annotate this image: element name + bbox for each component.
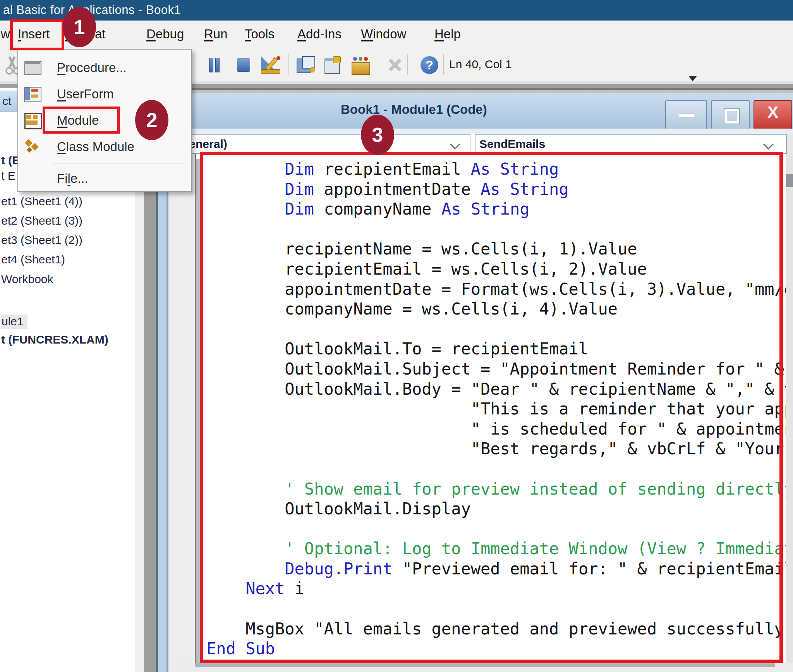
menu-option-file[interactable]: File... (18, 166, 191, 192)
toolbar-separator (407, 54, 408, 75)
tree-item-sheet1[interactable]: et1 (Sheet1 (4)) (1, 195, 82, 208)
tree-item-sheet3[interactable]: et3 (Sheet1 (2)) (1, 234, 82, 247)
tree-item-module1[interactable]: ule1 (1, 315, 27, 329)
menu-item-view-tail[interactable]: w (1, 27, 10, 41)
procedure-icon (24, 60, 41, 75)
menu-item-help[interactable]: Help (434, 27, 461, 41)
toolbar-overflow-icon[interactable] (688, 76, 697, 81)
tree-item-funcres[interactable]: t (FUNCRES.XLAM) (1, 333, 108, 346)
annotation-step-3: 3 (361, 115, 394, 155)
object-dropdown[interactable]: (General) (172, 134, 470, 154)
menu-option-class-module[interactable]: Class Module (18, 134, 191, 160)
chevron-down-icon (763, 139, 774, 150)
code-window-title: Book1 - Module1 (Code) (341, 102, 487, 117)
stop-icon[interactable] (237, 58, 250, 72)
menu-option-procedure[interactable]: Procedure... (18, 55, 191, 81)
design-mode-icon[interactable] (261, 56, 281, 74)
code-window-title-underline (158, 129, 793, 134)
scrollbar-thumb[interactable] (786, 174, 793, 187)
module-icon (24, 113, 41, 128)
restore-button[interactable] (711, 100, 750, 129)
menu-option-userform[interactable]: UserForm (18, 81, 191, 108)
annotation-rectangle-code (200, 152, 783, 663)
code-margin-indicator-bar (168, 154, 196, 663)
menu-item-window[interactable]: Window (361, 27, 406, 41)
vba-editor-screen: al Basic for Applications - Book1 w Inse… (0, 0, 793, 672)
code-window-titlebar[interactable]: Book1 - Module1 (Code) X (158, 93, 793, 129)
menubar: w Insert Format Debug Run Tools Add-Ins … (0, 21, 793, 48)
procedure-dropdown[interactable]: SendEmails (475, 134, 787, 154)
app-titlebar: al Basic for Applications - Book1 (0, 0, 793, 21)
annotation-step-1: 1 (63, 7, 96, 47)
menu-item-tools[interactable]: Tools (245, 27, 275, 41)
userform-icon (24, 87, 41, 101)
menu-item-run[interactable]: Run (204, 27, 228, 41)
toolbar-separator (288, 54, 289, 75)
menu-item-addins[interactable]: Add-Ins (297, 27, 342, 41)
annotation-step-2: 2 (135, 100, 168, 140)
toolbar-separator (443, 54, 444, 75)
pause-icon[interactable] (209, 58, 220, 72)
cursor-position-label: Ln 40, Col 1 (449, 58, 512, 71)
code-window-combobar: (General) SendEmails (168, 134, 786, 154)
toolbox-icon (387, 58, 403, 72)
vertical-scrollbar[interactable] (786, 154, 793, 663)
annotation-rectangle-module (43, 107, 120, 134)
minimize-button[interactable] (665, 100, 707, 129)
project-panel-title-fragment: ct (2, 95, 11, 108)
close-button[interactable]: X (754, 100, 792, 129)
chevron-down-icon (450, 139, 460, 150)
tree-item-msexcel-objects[interactable]: t E (1, 169, 15, 182)
tree-item-sheet2[interactable]: et2 (Sheet1 (3)) (1, 214, 82, 227)
help-icon[interactable]: ? (421, 56, 438, 74)
procedure-dropdown-value: SendEmails (479, 137, 545, 151)
tree-item-sheet4[interactable]: et4 (Sheet1) (1, 253, 65, 266)
menu-item-debug[interactable]: Debug (146, 27, 184, 41)
tree-item-thisworkbook[interactable]: Workbook (1, 273, 53, 286)
annotation-rectangle-insert (10, 19, 64, 50)
object-browser-icon[interactable] (352, 57, 371, 74)
class-module-icon (24, 139, 41, 154)
project-explorer-icon[interactable] (297, 56, 315, 74)
code-window-bottom-strip (168, 663, 793, 672)
properties-window-icon[interactable] (324, 56, 342, 74)
menu-separator (53, 163, 185, 163)
